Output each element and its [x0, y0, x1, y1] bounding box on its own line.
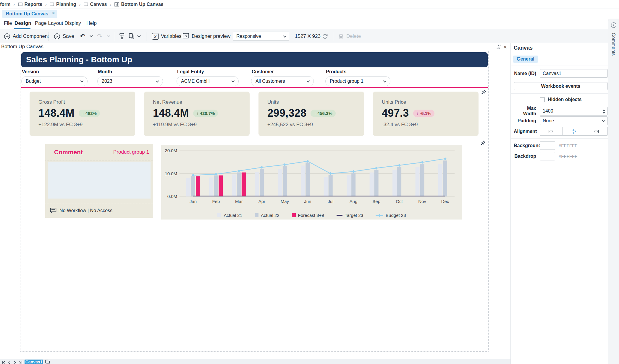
add-component-button[interactable]: Add Component — [4, 29, 49, 43]
backdrop-color-swatch[interactable] — [540, 152, 555, 160]
name-id-input[interactable] — [540, 69, 608, 78]
kpi-card-units[interactable]: Units 299,328 ↑ 456.3% +245,522 vs FC 3+… — [258, 92, 364, 136]
dimensions-label: 1527 X 923 — [295, 33, 321, 39]
align-right-button[interactable] — [585, 127, 608, 136]
chevron-down-icon — [283, 34, 286, 37]
variables-icon: x — [152, 33, 159, 40]
padding-select[interactable]: None — [540, 116, 608, 125]
filter-label: Products — [326, 69, 390, 74]
dashboard-header[interactable]: Sales Planning - Bottom Up — [21, 52, 488, 67]
filter-customer-select[interactable]: All Customers — [251, 76, 314, 86]
close-icon[interactable]: × — [503, 43, 507, 51]
pin-icon[interactable] — [481, 140, 486, 147]
legend-item[interactable]: Actual 22 — [255, 213, 279, 218]
workbook-events-button[interactable]: Workbook events — [514, 82, 608, 90]
comment-textarea[interactable] — [48, 162, 151, 199]
last-sheet-button[interactable] — [19, 360, 22, 364]
kpi-delta-badge: ↑ 482% — [79, 110, 100, 117]
designer-preview-icon — [182, 33, 189, 40]
breadcrumb-item-planning[interactable]: Planning — [50, 2, 76, 7]
menu-file[interactable]: File — [4, 20, 12, 26]
paste-dropdown-icon[interactable] — [137, 34, 140, 37]
folder-icon — [18, 2, 22, 6]
tab-bottom-up-canvas[interactable]: Bottom Up Canvas × — [2, 10, 57, 18]
variables-button[interactable]: x Variables — [152, 29, 182, 43]
filter-value: ACME GmbH — [181, 79, 210, 84]
hidden-objects-checkbox[interactable] — [540, 97, 545, 102]
copy-button[interactable] — [128, 29, 135, 43]
comments-strip-label[interactable]: Comments — [611, 33, 616, 56]
chart-line — [193, 159, 445, 175]
minimize-icon[interactable]: — — [489, 43, 494, 50]
save-check-icon — [54, 33, 60, 40]
chart-bar — [219, 176, 223, 196]
legend-item[interactable]: Target 23 — [337, 213, 363, 218]
add-sheet-icon[interactable] — [45, 360, 50, 364]
pin-icon[interactable] — [481, 90, 486, 96]
svg-text:Feb: Feb — [212, 199, 220, 204]
redo-button[interactable]: ↷ — [97, 29, 102, 43]
refresh-button[interactable] — [322, 29, 328, 43]
legend-item[interactable]: Actual 21 — [217, 213, 242, 218]
filter-version-select[interactable]: Budget — [21, 76, 88, 86]
panel-title: Canvas — [514, 45, 533, 51]
divider — [511, 54, 610, 54]
chevron-down-icon — [231, 79, 235, 82]
breadcrumb-item-bottom-up-canvas[interactable]: Bottom Up Canvas — [114, 2, 164, 7]
filter-month-select[interactable]: 2023 — [97, 76, 163, 86]
kpi-card-units-price[interactable]: Units Price 497.3 ↓ -6.1% -32.4 vs FC 3+… — [373, 92, 479, 136]
breadcrumb-item-reports[interactable]: Reports — [18, 2, 42, 7]
chart-bar — [232, 175, 236, 196]
legend-item[interactable]: Budget 23 — [376, 213, 406, 218]
undo-button[interactable]: ↶ — [80, 29, 85, 43]
filter-legal-entity: Legal Entity ACME GmbH — [177, 68, 239, 87]
delete-button[interactable]: Delete — [338, 29, 361, 43]
kpi-card-gross-profit[interactable]: Gross Profit 148.4M ↑ 482% +122.9M vs FC… — [30, 92, 135, 136]
expand-comments-icon[interactable] — [611, 22, 617, 29]
svg-text:Apr: Apr — [258, 199, 265, 204]
svg-text:Oct: Oct — [396, 199, 403, 204]
format-painter-button[interactable] — [119, 29, 125, 43]
breadcrumb-item-platform[interactable]: form — [0, 2, 11, 7]
viewport-select[interactable]: Responsive — [233, 32, 289, 41]
chart-bar — [306, 162, 310, 196]
menu-design[interactable]: Design — [14, 20, 31, 26]
comment-header: Comment Product group 1 — [45, 144, 153, 160]
collapse-icon[interactable] — [496, 44, 502, 51]
filter-value: 2023 — [102, 79, 112, 84]
max-width-input[interactable] — [540, 107, 608, 116]
filter-legal-entity-select[interactable]: ACME GmbH — [177, 76, 239, 86]
next-sheet-button[interactable] — [14, 360, 17, 364]
designer-preview-button[interactable]: Designer preview — [182, 29, 230, 43]
menu-help[interactable]: Help — [86, 20, 97, 26]
step-down-icon[interactable] — [602, 112, 605, 114]
kpi-card-net-revenue[interactable]: Net Revenue 148.4M ↑ 420.7% +119.9M vs F… — [144, 92, 250, 136]
step-up-icon[interactable] — [602, 109, 605, 111]
filter-value: Budget — [26, 79, 41, 84]
chart-bar — [324, 177, 328, 196]
first-sheet-button[interactable] — [2, 360, 5, 364]
toolbar-divider — [333, 32, 333, 41]
menu-page-layout[interactable]: Page Layout — [35, 20, 63, 26]
kpi-subtitle: +119.9M vs FC 3+9 — [153, 122, 250, 128]
redo-dropdown-icon[interactable] — [107, 34, 110, 37]
background-hex: #FFFFFF — [559, 143, 577, 148]
legend-item[interactable]: Forecast 3+9 — [292, 213, 324, 218]
background-row: Background #FFFFFF — [514, 141, 608, 150]
kpi-delta-badge: ↑ 420.7% — [193, 110, 218, 117]
background-color-swatch[interactable] — [540, 141, 555, 150]
sheet-tab-canvas1[interactable]: Canvas1 — [25, 360, 43, 364]
breadcrumb-item-canvas[interactable]: Canvas — [84, 2, 107, 7]
menu-display[interactable]: Display — [64, 20, 81, 26]
align-left-button[interactable] — [540, 127, 563, 136]
tab-close-icon[interactable]: × — [52, 10, 55, 15]
save-button[interactable]: Save — [54, 29, 74, 43]
stepper[interactable] — [602, 109, 605, 114]
prev-sheet-button[interactable] — [8, 360, 11, 364]
tab-general[interactable]: General — [513, 56, 538, 63]
chart-panel[interactable]: 0.0M10.0M20.0MJanFebMarAprMayJunJulAugSe… — [161, 145, 462, 220]
align-center-button[interactable] — [563, 127, 585, 136]
filter-products-select[interactable]: Product group 1 — [325, 76, 390, 86]
undo-dropdown-icon[interactable] — [90, 34, 93, 37]
kpi-value: 497.3 — [382, 107, 409, 119]
